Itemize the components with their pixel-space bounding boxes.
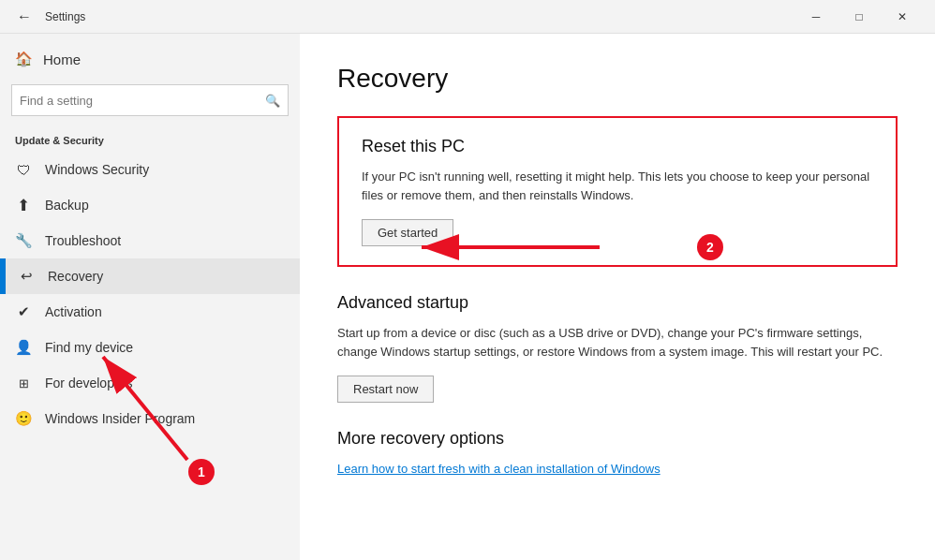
advanced-startup-description: Start up from a device or disc (such as …: [337, 324, 898, 361]
content-area: Recovery Reset this PC If your PC isn't …: [300, 34, 935, 560]
close-icon: ✕: [898, 10, 907, 23]
more-recovery-section: More recovery options Learn how to start…: [337, 429, 898, 477]
window-controls: ─ □ ✕: [794, 0, 924, 34]
windows-security-icon: 🛡: [15, 161, 32, 178]
sidebar-item-for-developers[interactable]: ⊞ For developers: [0, 365, 300, 401]
minimize-icon: ─: [812, 10, 821, 23]
maximize-button[interactable]: □: [838, 0, 881, 34]
reset-description: If your PC isn't running well, resetting…: [362, 168, 873, 204]
recovery-icon: ↩: [18, 268, 35, 285]
minimize-button[interactable]: ─: [794, 0, 838, 34]
activation-icon: ✔: [15, 303, 32, 320]
windows-insider-icon: 🙂: [15, 410, 32, 427]
search-input[interactable]: [20, 94, 265, 108]
sidebar-item-troubleshoot-label: Troubleshoot: [45, 233, 121, 248]
sidebar-item-backup[interactable]: ⬆ Backup: [0, 187, 300, 223]
advanced-startup-heading: Advanced startup: [337, 293, 898, 313]
sidebar-item-windows-insider[interactable]: 🙂 Windows Insider Program: [0, 401, 300, 436]
sidebar-item-backup-label: Backup: [45, 198, 89, 213]
sidebar-search-box[interactable]: 🔍: [11, 84, 289, 116]
reset-heading: Reset this PC: [362, 137, 873, 156]
for-developers-icon: ⊞: [15, 375, 32, 391]
restart-now-button[interactable]: Restart now: [337, 376, 434, 403]
back-button[interactable]: ←: [11, 4, 37, 30]
troubleshoot-icon: 🔧: [15, 232, 32, 249]
sidebar-item-windows-insider-label: Windows Insider Program: [45, 411, 195, 426]
sidebar-item-find-my-device[interactable]: 👤 Find my device: [0, 330, 300, 365]
sidebar-item-troubleshoot[interactable]: 🔧 Troubleshoot: [0, 223, 300, 258]
clean-install-link[interactable]: Learn how to start fresh with a clean in…: [337, 462, 660, 476]
sidebar-section-title: Update & Security: [0, 124, 300, 152]
close-button[interactable]: ✕: [881, 0, 924, 34]
advanced-startup-section: Advanced startup Start up from a device …: [337, 293, 898, 403]
sidebar-item-home[interactable]: 🏠 Home: [0, 41, 300, 77]
sidebar-item-activation[interactable]: ✔ Activation: [0, 294, 300, 330]
back-icon: ←: [17, 8, 32, 25]
sidebar-item-windows-security[interactable]: 🛡 Windows Security: [0, 152, 300, 187]
backup-icon: ⬆: [15, 197, 32, 214]
sidebar-item-activation-label: Activation: [45, 304, 102, 319]
home-icon: 🏠: [15, 51, 32, 67]
main-layout: 🏠 Home 🔍 Update & Security 🛡 Windows Sec…: [0, 34, 935, 560]
sidebar: 🏠 Home 🔍 Update & Security 🛡 Windows Sec…: [0, 34, 300, 560]
reset-section: Reset this PC If your PC isn't running w…: [337, 116, 898, 267]
title-bar-title: Settings: [45, 10, 85, 23]
sidebar-item-find-my-device-label: Find my device: [45, 340, 133, 355]
sidebar-item-windows-security-label: Windows Security: [45, 162, 149, 177]
sidebar-item-recovery-label: Recovery: [48, 269, 103, 284]
maximize-icon: □: [855, 10, 862, 23]
sidebar-item-for-developers-label: For developers: [45, 376, 132, 391]
page-title: Recovery: [337, 64, 898, 94]
sidebar-item-recovery[interactable]: ↩ Recovery: [0, 258, 300, 294]
search-icon: 🔍: [265, 94, 280, 108]
active-indicator: [3, 258, 6, 294]
get-started-button[interactable]: Get started: [362, 219, 453, 246]
find-my-device-icon: 👤: [15, 339, 32, 356]
more-recovery-heading: More recovery options: [337, 429, 898, 449]
sidebar-home-label: Home: [43, 52, 81, 67]
title-bar: ← Settings ─ □ ✕: [0, 0, 935, 34]
